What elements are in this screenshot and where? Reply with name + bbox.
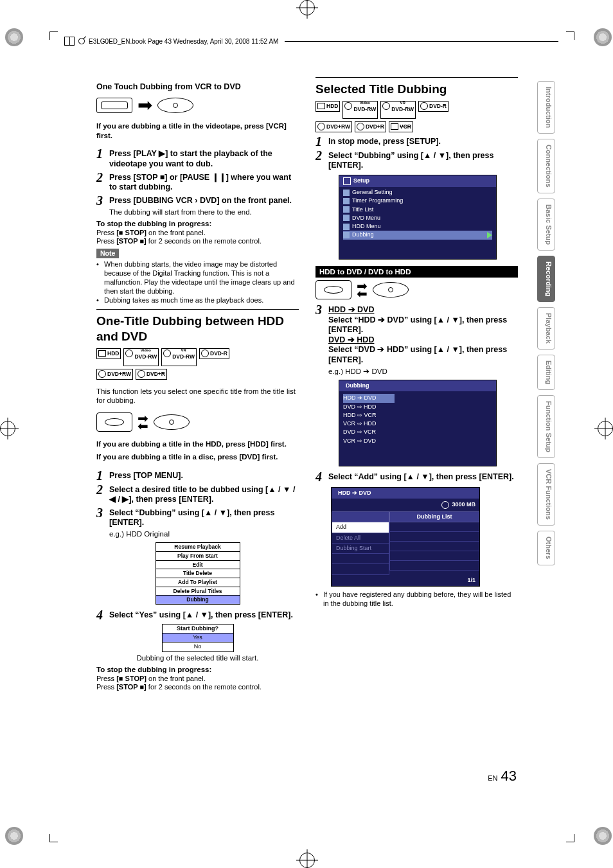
arrow-right-icon: ➡ [138, 96, 152, 114]
media-badges: HDD VideoDVD-RW VRDVD-RW DVD-R [96, 348, 299, 366]
rstep-4: Select “Add” using [▲ / ▼], then press [… [328, 470, 514, 483]
intro-2a: If you are dubbing a title in the HDD, p… [96, 439, 299, 448]
osd3-footer: 1/1 [332, 575, 479, 586]
media-badges-r1: HDD VideoDVD-RW VRDVD-RW DVD-R [315, 101, 518, 119]
osd2-item: HDD ⇨ VCR [343, 411, 395, 420]
osd2-item: VCR ⇨ HDD [343, 420, 395, 428]
registration-mark-icon [594, 827, 612, 845]
badge-dvdrw-video: VideoDVD-RW [342, 101, 378, 119]
menu-item: Resume Playback [156, 543, 240, 551]
target-icon [0, 421, 15, 436]
tab-playback: Playback [537, 307, 555, 350]
osd3-list-header: Dubbing List [389, 511, 479, 522]
osd-item: DVD Menu [352, 215, 380, 222]
osd-item-highlighted: Dubbing [352, 231, 374, 238]
clock-icon [441, 501, 449, 509]
crop-mark-icon [566, 834, 574, 842]
section-tabs: Introduction Connections Basic Setup Rec… [537, 81, 555, 565]
hdd-small-icon [343, 224, 350, 230]
dialog-title: Start Dubbing? [163, 624, 233, 633]
menu-item: Play From Start [156, 551, 240, 560]
osd-item: Timer Programming [352, 197, 403, 204]
rstep-2: Select “Dubbing” using [▲ / ▼], then pre… [328, 149, 518, 171]
tab-vcr-functions: VCR Functions [537, 463, 555, 526]
section-selected-title-dubbing: Selected Title Dubbing [315, 77, 518, 97]
header-text: E3LG0ED_EN.book Page 43 Wednesday, April… [89, 38, 278, 45]
desc-text: This function lets you select one specif… [96, 387, 299, 405]
osd-item: General Setting [352, 189, 393, 196]
osd2-title: Dubbing [346, 382, 369, 389]
step-1: Press [PLAY ▶] to start the playback of … [109, 147, 299, 169]
step-top-menu: Press [TOP MENU]. [109, 469, 183, 482]
diagram-hdd-dvd-2: ➡⬅ [315, 280, 518, 299]
osd2-item: VCR ⇨ DVD [343, 437, 395, 445]
badge-dvdrw-vr: VRDVD-RW [380, 101, 416, 119]
registration-mark-icon [594, 28, 612, 46]
play-indicator-icon [487, 232, 492, 238]
disc-icon [154, 414, 190, 430]
right-column: Selected Title Dubbing HDD VideoDVD-RW V… [315, 77, 518, 692]
arrows-bidirectional-icon: ➡⬅ [357, 282, 368, 297]
hdd-icon [315, 280, 351, 299]
target-icon [299, 0, 315, 15]
dubbing-start-note: Dubbing of the selected title will start… [96, 653, 299, 662]
diagram-hdd-dvd: ➡⬅ [96, 412, 299, 432]
step-select-title: Select a desired title to be dubbed usin… [109, 483, 299, 505]
osd-title: Setup [353, 177, 369, 184]
list-icon [343, 206, 350, 213]
disc-icon [373, 282, 409, 297]
tab-connections: Connections [537, 139, 555, 193]
tab-recording: Recording [537, 256, 555, 302]
step-2: Press [STOP ■] or [PAUSE ❙❙] where you w… [109, 171, 299, 193]
page: E3LG0ED_EN.book Page 43 Wednesday, April… [0, 0, 613, 868]
osd-dubbing-list: HDD ➔ DVD 3000 MB Add Delete All Dubbing… [331, 487, 480, 587]
step-3: Press [DUBBING VCR › DVD] on the front p… [109, 194, 292, 217]
badge-hdd: HDD [96, 348, 121, 359]
dialog-no: No [163, 642, 233, 651]
osd3-add: Add [332, 522, 389, 533]
rstep-3: HDD ➔ DVD Select “HDD ➔ DVD” using [▲ / … [328, 303, 518, 376]
crop-mark-icon [49, 31, 58, 40]
badge-dvdpr: DVD+R [355, 121, 386, 132]
page-number: EN 43 [488, 768, 517, 784]
rstep-1: In stop mode, press [SETUP]. [328, 135, 441, 148]
start-dubbing-dialog: Start Dubbing? Yes No [162, 624, 234, 652]
stop2-line2: Press [STOP ■] for 2 seconds on the remo… [96, 683, 262, 691]
osd3-title: HDD ➔ DVD [338, 490, 371, 497]
dub-icon [343, 232, 350, 238]
osd-title-icon [343, 177, 351, 185]
media-badges-r2: DVD+RW DVD+R VCR [315, 121, 518, 132]
badge-dvdr: DVD-R [199, 348, 229, 359]
badge-dvdprw: DVD+RW [96, 369, 133, 380]
menu-item: Delete Plural Titles [156, 587, 240, 596]
tab-basic-setup: Basic Setup [537, 199, 555, 251]
badge-dvdrw-vr: VRDVD-RW [161, 348, 197, 366]
target-icon [299, 853, 315, 868]
badge-dvdr: DVD-R [418, 101, 449, 112]
running-header: E3LG0ED_EN.book Page 43 Wednesday, April… [64, 37, 558, 47]
note-bullet-1: •When dubbing starts, the video image ma… [96, 260, 299, 296]
menu-item: Add To Playlist [156, 578, 240, 587]
badge-dvdprw: DVD+RW [315, 121, 352, 132]
content-columns: One Touch Dubbing from VCR to DVD ➡ If y… [96, 77, 520, 692]
intro-2b: If you are dubbing a title in a disc, pr… [96, 452, 299, 461]
stop2-line1: Press [■ STOP] on the front panel. [96, 675, 206, 682]
stop-instructions-2: To stop the dubbing in progress: Press [… [96, 665, 299, 692]
osd2-item-highlighted: HDD ➔ DVD [343, 394, 395, 402]
osd-item: HDD Menu [352, 223, 381, 230]
tab-function-setup: Function Setup [537, 395, 555, 458]
badge-dvdrw-video: VideoDVD-RW [123, 348, 159, 366]
tab-editing: Editing [537, 355, 555, 390]
step-select-dubbing: Select “Dubbing” using [▲ / ▼], then pre… [109, 506, 299, 539]
tool-icon [77, 37, 86, 46]
osd3-dubbing-start: Dubbing Start [332, 544, 389, 554]
registration-mark-icon [5, 28, 23, 46]
section-one-title-dubbing: One-Title Dubbing between HDD and DVD [96, 309, 299, 344]
registration-mark-icon [5, 827, 23, 845]
stop-line2: Press [STOP ■] for 2 seconds on the remo… [96, 237, 262, 245]
menu-item-highlighted: Dubbing [156, 595, 240, 604]
note-bullet-2: •Dubbing takes as much time as the playb… [96, 296, 299, 305]
left-column: One Touch Dubbing from VCR to DVD ➡ If y… [96, 77, 299, 692]
crop-mark-icon [566, 31, 574, 40]
disc-icon [157, 98, 193, 113]
